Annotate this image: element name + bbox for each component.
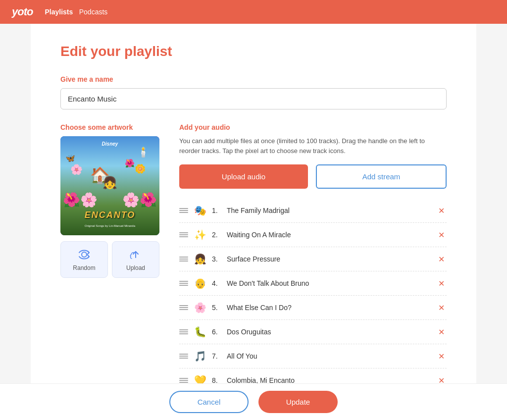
track-remove-button[interactable]: ✕ xyxy=(436,301,447,315)
track-number: 1. xyxy=(212,207,222,214)
track-number: 7. xyxy=(212,352,222,360)
audio-label: Add your audio xyxy=(179,123,447,131)
track-name: Surface Pressure xyxy=(227,255,431,263)
track-item: 🎭 1. The Family Madrigal ✕ xyxy=(179,199,447,223)
audio-description: You can add multiple files at once (limi… xyxy=(179,136,447,156)
track-icon[interactable]: ✨ xyxy=(193,228,207,242)
track-remove-button[interactable]: ✕ xyxy=(436,228,447,242)
track-icon[interactable]: 👴 xyxy=(193,276,207,290)
track-drag-handle[interactable] xyxy=(179,257,188,262)
track-drag-handle[interactable] xyxy=(179,281,188,286)
upload-artwork-icon xyxy=(129,248,143,262)
random-icon xyxy=(77,248,91,262)
track-remove-button[interactable]: ✕ xyxy=(436,325,447,339)
encanto-subtitle-text: Original Songs by Lin-Manuel Miranda xyxy=(85,224,135,227)
artwork-label: Choose some artwork xyxy=(60,123,159,131)
track-drag-handle[interactable] xyxy=(179,232,188,237)
track-remove-button[interactable]: ✕ xyxy=(436,204,447,217)
random-label: Random xyxy=(73,264,95,271)
content-columns: Choose some artwork Disney 🕯️ 🦋 🌺 🏠 🌸 🌼 … xyxy=(60,123,447,417)
name-label: Give me a name xyxy=(60,75,447,83)
track-name: We Don't Talk About Bruno xyxy=(227,279,431,287)
track-number: 4. xyxy=(212,279,222,287)
track-number: 5. xyxy=(212,304,222,312)
track-item: 🐛 6. Dos Oruguitas ✕ xyxy=(179,320,447,344)
track-item: 👴 4. We Don't Talk About Bruno ✕ xyxy=(179,271,447,296)
track-item: ✨ 2. Waiting On A Miracle ✕ xyxy=(179,223,447,247)
artwork-upload-button[interactable]: Upload xyxy=(112,241,159,278)
track-item: 🎵 7. All Of You ✕ xyxy=(179,344,447,368)
candle-decoration: 🕯️ xyxy=(137,146,150,158)
butterfly-decoration: 🦋 xyxy=(65,154,75,163)
audio-section: Add your audio You can add multiple file… xyxy=(179,123,447,417)
track-remove-button[interactable]: ✕ xyxy=(436,277,447,290)
track-name: What Else Can I Do? xyxy=(227,304,431,312)
track-number: 6. xyxy=(212,328,222,336)
flower-decoration: 🌺 xyxy=(125,158,135,168)
track-name: All Of You xyxy=(227,352,431,360)
track-name: Waiting On A Miracle xyxy=(227,231,431,239)
track-icon[interactable]: 🐛 xyxy=(193,325,207,339)
audio-action-buttons: Upload audio Add stream xyxy=(179,164,447,189)
track-number: 2. xyxy=(212,231,222,239)
upload-audio-button[interactable]: Upload audio xyxy=(179,164,308,189)
track-icon[interactable]: 👧 xyxy=(193,252,207,266)
flowers-right: 🌸🌺 xyxy=(122,192,157,208)
app-header: yoto Playlists Podcasts xyxy=(0,0,507,24)
track-item: 🌸 5. What Else Can I Do? ✕ xyxy=(179,296,447,320)
encanto-title-text: ENCANTO xyxy=(85,210,136,220)
track-name: The Family Madrigal xyxy=(227,207,431,214)
left-flower: 🌸 xyxy=(70,163,83,175)
track-drag-handle[interactable] xyxy=(179,354,188,359)
svg-point-0 xyxy=(82,252,87,257)
nav-podcasts[interactable]: Podcasts xyxy=(79,8,108,16)
track-drag-handle[interactable] xyxy=(179,208,188,213)
artwork-random-button[interactable]: Random xyxy=(60,241,108,278)
artwork-image[interactable]: Disney 🕯️ 🦋 🌺 🏠 🌸 🌼 👧 🌺🌸 🌸🌺 ENCANTO Orig… xyxy=(60,136,159,235)
track-drag-handle[interactable] xyxy=(179,378,188,383)
track-number: 3. xyxy=(212,255,222,263)
artwork-section: Choose some artwork Disney 🕯️ 🦋 🌺 🏠 🌸 🌼 … xyxy=(60,123,159,278)
track-name: Dos Oruguitas xyxy=(227,328,431,336)
artwork-buttons: Random Upload xyxy=(60,241,159,278)
add-stream-button[interactable]: Add stream xyxy=(316,164,447,189)
main-content: Edit your playlist Give me a name Choose… xyxy=(31,24,476,420)
track-remove-button[interactable]: ✕ xyxy=(436,350,447,363)
main-nav: Playlists Podcasts xyxy=(45,7,107,16)
track-drag-handle[interactable] xyxy=(179,329,188,334)
update-button[interactable]: Update xyxy=(258,391,338,413)
track-icon[interactable]: 🌸 xyxy=(193,301,207,315)
page-title: Edit your playlist xyxy=(60,44,447,59)
playlist-name-input[interactable] xyxy=(60,88,447,109)
disney-logo-text: Disney xyxy=(102,141,118,147)
track-remove-button[interactable]: ✕ xyxy=(436,253,447,266)
cancel-button[interactable]: Cancel xyxy=(169,391,249,413)
footer-bar: Cancel Update xyxy=(0,383,507,420)
track-icon[interactable]: 🎭 xyxy=(193,204,207,217)
track-icon[interactable]: 🎵 xyxy=(193,349,207,363)
flowers-left: 🌺🌸 xyxy=(63,192,98,208)
track-drag-handle[interactable] xyxy=(179,305,188,310)
girl-illustration: 👧 xyxy=(102,176,117,190)
upload-artwork-label: Upload xyxy=(126,264,145,271)
track-item: 👧 3. Surface Pressure ✕ xyxy=(179,247,447,271)
app-logo: yoto xyxy=(12,5,33,18)
nav-playlists[interactable]: Playlists xyxy=(45,8,73,16)
right-flower: 🌼 xyxy=(135,163,146,174)
